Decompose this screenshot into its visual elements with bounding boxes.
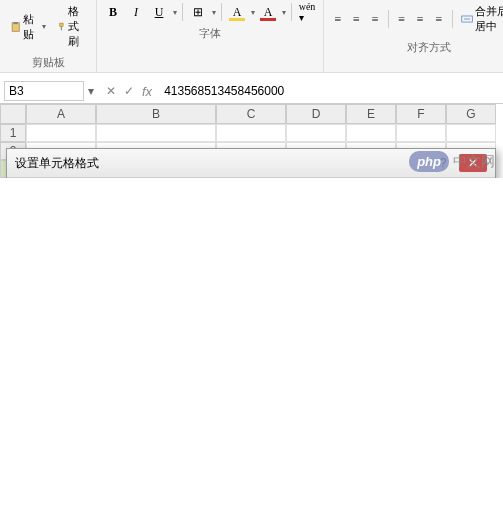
align-middle-button[interactable]: ≡	[349, 9, 365, 29]
border-button[interactable]: ⊞	[188, 2, 208, 22]
merge-cells-button[interactable]: 合并后居中▾	[457, 2, 503, 36]
align-center-button[interactable]: ≡	[412, 9, 428, 29]
confirm-icon[interactable]: ✓	[124, 84, 134, 98]
col-header[interactable]: A	[26, 104, 96, 124]
align-group-label: 对齐方式	[407, 38, 451, 57]
row-header[interactable]: 1	[0, 124, 26, 142]
svg-rect-1	[14, 22, 18, 24]
col-header[interactable]: G	[446, 104, 496, 124]
italic-button[interactable]: I	[126, 2, 146, 22]
chevron-down-icon: ▾	[251, 8, 255, 17]
ribbon-font-group: B I U▾ ⊞▾ A▾ A▾ wén▾ 字体	[97, 0, 324, 72]
ribbon: 粘贴▾ 格式刷 剪贴板 B I U▾ ⊞▾ A▾ A▾ wén▾ 字体 ≡ ≡ …	[0, 0, 503, 73]
ribbon-align-group: ≡ ≡ ≡ ≡ ≡ ≡ 合并后居中▾ 对齐方式	[324, 0, 503, 72]
brush-icon	[57, 19, 66, 35]
cell[interactable]	[216, 124, 286, 142]
align-bottom-button[interactable]: ≡	[367, 9, 383, 29]
cell[interactable]	[286, 124, 346, 142]
col-header[interactable]: B	[96, 104, 216, 124]
col-header[interactable]: E	[346, 104, 396, 124]
ribbon-clipboard-group: 粘贴▾ 格式刷 剪贴板	[0, 0, 97, 72]
phonetic-button[interactable]: wén▾	[297, 2, 317, 22]
watermark-text: 中文网	[453, 153, 495, 171]
php-badge: php	[409, 151, 449, 172]
chevron-down-icon: ▾	[282, 8, 286, 17]
formula-bar[interactable]: 413568513458456000	[160, 82, 503, 100]
align-right-button[interactable]: ≡	[431, 9, 447, 29]
cell[interactable]	[346, 124, 396, 142]
fill-color-button[interactable]: A	[227, 2, 247, 22]
paste-icon	[10, 19, 21, 35]
svg-rect-2	[60, 23, 63, 26]
select-all-corner[interactable]	[0, 104, 26, 124]
format-painter-label: 格式刷	[68, 4, 86, 49]
align-left-button[interactable]: ≡	[394, 9, 410, 29]
chevron-down-icon: ▾	[42, 22, 46, 31]
align-top-button[interactable]: ≡	[330, 9, 346, 29]
svg-rect-3	[61, 26, 62, 30]
font-group-label: 字体	[199, 24, 221, 43]
cell[interactable]	[26, 124, 96, 142]
dialog-title: 设置单元格格式	[15, 155, 99, 172]
fx-icon[interactable]: fx	[142, 84, 152, 99]
font-color-button[interactable]: A	[258, 2, 278, 22]
name-box[interactable]: B3	[4, 81, 84, 101]
col-header[interactable]: D	[286, 104, 346, 124]
merge-label: 合并后居中	[475, 4, 503, 34]
cell[interactable]	[396, 124, 446, 142]
bold-button[interactable]: B	[103, 2, 123, 22]
chevron-down-icon: ▾	[212, 8, 216, 17]
paste-button[interactable]: 粘贴▾	[6, 10, 50, 44]
chevron-down-icon: ▾	[173, 8, 177, 17]
watermark: php 中文网	[409, 151, 495, 172]
cell[interactable]	[96, 124, 216, 142]
cancel-icon[interactable]: ✕	[106, 84, 116, 98]
col-header[interactable]: C	[216, 104, 286, 124]
format-painter-button[interactable]: 格式刷	[53, 2, 90, 51]
clipboard-group-label: 剪贴板	[32, 53, 65, 72]
merge-icon	[461, 11, 473, 27]
col-header[interactable]: F	[396, 104, 446, 124]
namebox-dropdown[interactable]: ▾	[84, 84, 98, 98]
underline-button[interactable]: U	[149, 2, 169, 22]
namebox-row: B3 ▾ ✕ ✓ fx 413568513458456000	[0, 79, 503, 104]
paste-label: 粘贴	[23, 12, 39, 42]
cell[interactable]	[446, 124, 496, 142]
